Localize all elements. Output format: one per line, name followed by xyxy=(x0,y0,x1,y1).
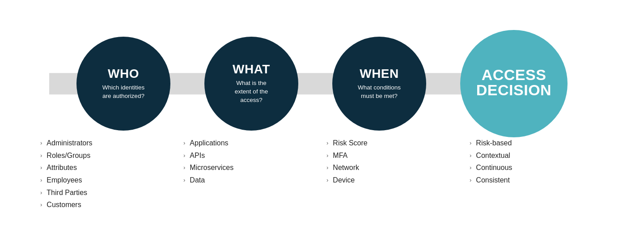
when-subtitle: What conditionsmust be met? xyxy=(351,84,408,101)
list-item-text: Contextual xyxy=(476,150,510,161)
list-item-text: Administrators xyxy=(47,137,92,149)
when-circle: WHEN What conditionsmust be met? xyxy=(332,37,426,131)
list-item-text: Roles/Groups xyxy=(47,150,90,161)
list-item-text: MFA xyxy=(333,150,347,161)
list-item: › Attributes xyxy=(40,162,174,174)
list-item-text: APIs xyxy=(190,150,205,161)
list-item: › Data xyxy=(183,174,318,186)
bullet: › xyxy=(40,200,42,210)
list-item-text: Risk-based xyxy=(476,137,512,149)
list-item: › Contextual xyxy=(470,150,604,161)
bullet: › xyxy=(40,139,42,148)
when-title: WHEN xyxy=(360,67,399,81)
list-item: › APIs xyxy=(183,150,318,161)
bullet: › xyxy=(183,151,185,161)
bullet: › xyxy=(40,188,42,198)
bullet: › xyxy=(40,151,42,161)
when-circle-group: WHEN What conditionsmust be met? xyxy=(332,37,426,131)
list-item-text: Third Parties xyxy=(47,187,87,199)
what-circle-group: WHAT What is theextent of theaccess? xyxy=(204,37,298,131)
list-item: › Administrators xyxy=(40,137,174,149)
list-item-text: Consistent xyxy=(476,174,510,186)
access-circle-group: ACCESSDECISION xyxy=(460,30,568,137)
list-item: › Consistent xyxy=(470,174,604,186)
what-title: WHAT xyxy=(233,63,270,76)
who-circle: WHO Which identitiesare authorized? xyxy=(76,37,170,131)
who-subtitle: Which identitiesare authorized? xyxy=(95,84,152,101)
list-item: › Continuous xyxy=(470,162,604,174)
what-subtitle: What is theextent of theaccess? xyxy=(228,79,275,105)
bullet: › xyxy=(470,176,471,185)
when-list: › Risk Score › MFA › Network › Device xyxy=(322,137,465,212)
bullet: › xyxy=(326,151,328,161)
who-title: WHO xyxy=(108,67,139,81)
what-circle: WHAT What is theextent of theaccess? xyxy=(204,37,298,131)
list-item: › Network xyxy=(326,162,461,174)
bullet: › xyxy=(183,176,185,185)
diagram-wrapper: WHO Which identitiesare authorized? WHAT… xyxy=(0,17,644,229)
list-item-text: Data xyxy=(190,174,205,186)
bullet: › xyxy=(326,139,328,148)
list-item: › Customers xyxy=(40,199,174,211)
list-item: › Roles/Groups xyxy=(40,150,174,161)
what-list: › Applications › APIs › Microservices › … xyxy=(179,137,322,212)
list-item-text: Customers xyxy=(47,199,81,211)
circles-container: WHO Which identitiesare authorized? WHAT… xyxy=(27,30,617,137)
list-item: › Device xyxy=(326,174,461,186)
list-item-text: Continuous xyxy=(476,162,512,174)
list-item: › Third Parties xyxy=(40,187,174,199)
list-item: › Risk-based xyxy=(470,137,604,149)
list-item-text: Microservices xyxy=(190,162,233,174)
who-list: › Administrators › Roles/Groups › Attrib… xyxy=(36,137,179,212)
list-item: › Employees xyxy=(40,174,174,186)
bullet: › xyxy=(470,151,471,161)
bullet: › xyxy=(326,163,328,173)
list-item-text: Risk Score xyxy=(333,137,367,149)
bullet: › xyxy=(326,176,328,185)
list-item: › Risk Score xyxy=(326,137,461,149)
list-item-text: Network xyxy=(333,162,359,174)
bullet: › xyxy=(470,163,471,173)
access-list: › Risk-based › Contextual › Continuous ›… xyxy=(465,137,608,212)
list-item: › MFA xyxy=(326,150,461,161)
access-title: ACCESSDECISION xyxy=(476,67,551,98)
list-item-text: Employees xyxy=(47,174,82,186)
bullet: › xyxy=(183,139,185,148)
bullet: › xyxy=(183,163,185,173)
list-item-text: Device xyxy=(333,174,355,186)
lists-row: › Administrators › Roles/Groups › Attrib… xyxy=(27,137,617,212)
list-item-text: Attributes xyxy=(47,162,77,174)
list-item: › Applications xyxy=(183,137,318,149)
bullet: › xyxy=(40,176,42,185)
who-circle-group: WHO Which identitiesare authorized? xyxy=(76,37,170,131)
bullet: › xyxy=(470,139,471,148)
list-item: › Microservices xyxy=(183,162,318,174)
list-item-text: Applications xyxy=(190,137,228,149)
bullet: › xyxy=(40,163,42,173)
access-circle: ACCESSDECISION xyxy=(460,30,568,137)
